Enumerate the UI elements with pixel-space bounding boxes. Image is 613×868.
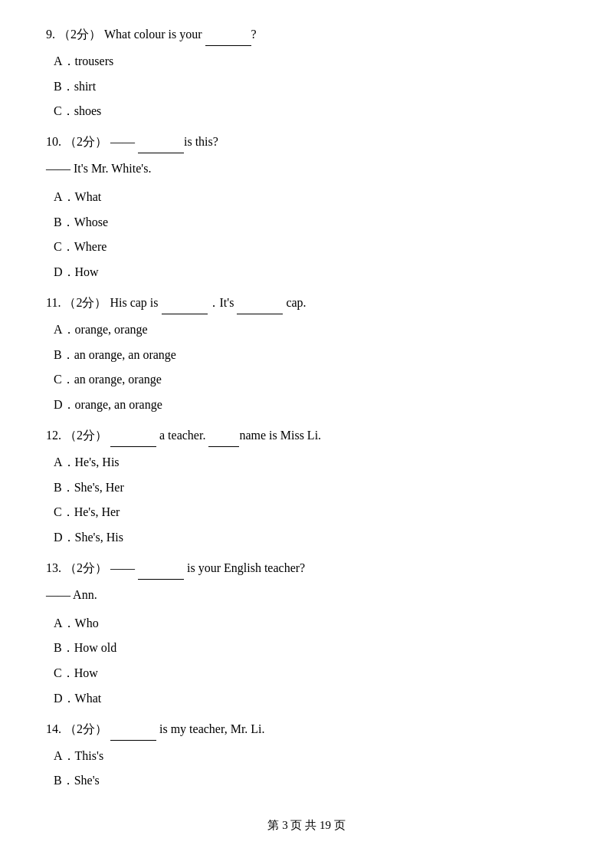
- q9-option-b: B．shirt: [46, 76, 567, 98]
- q11-option-d: D．orange, an orange: [46, 394, 567, 416]
- q14-text: is my teacher, Mr. Li.: [110, 722, 265, 735]
- q13-option-c: C．How: [46, 663, 567, 685]
- q9-text: What colour is your ?: [104, 28, 257, 41]
- q14-option-b: B．She's: [46, 770, 567, 792]
- q13-text: —— is your English teacher?: [110, 561, 305, 574]
- q10-opt-d-text: How: [75, 265, 99, 278]
- q13-opt-c-text: How: [74, 666, 98, 679]
- q10-number: 10.: [46, 135, 61, 148]
- page-footer-text: 第 3 页 共 19 页: [267, 819, 345, 831]
- q11-option-c: C．an orange, orange: [46, 369, 567, 391]
- q9-opt-c-text: shoes: [74, 104, 102, 117]
- q10-opt-b-text: Whose: [74, 215, 108, 229]
- q10-text: —— is this?: [110, 135, 218, 148]
- question-14: 14. （2分） is my teacher, Mr. Li. A．This's…: [46, 718, 567, 792]
- q12-opt-c-label: C．: [54, 505, 74, 518]
- q11-opt-b-text: an orange, an orange: [74, 348, 176, 361]
- q10-option-a: A．What: [46, 186, 567, 209]
- q11-opt-c-text: an orange, orange: [74, 373, 162, 386]
- q10-mark: （2分）: [64, 135, 107, 148]
- q13-option-a: A．Who: [46, 613, 567, 635]
- q12-option-b: B．She's, Her: [46, 477, 567, 499]
- q11-option-b: B．an orange, an orange: [46, 344, 567, 367]
- q11-mark: （2分）: [64, 296, 107, 309]
- q12-opt-b-label: B．: [54, 481, 74, 494]
- page-footer: 第 3 页 共 19 页: [46, 815, 567, 836]
- q13-sub: —— Ann.: [46, 584, 567, 607]
- q14-opt-a-label: A．: [54, 749, 75, 762]
- q12-mark: （2分）: [64, 429, 107, 442]
- q10-opt-b-label: B．: [54, 215, 74, 229]
- q11-opt-d-label: D．: [54, 398, 75, 411]
- q13-number: 13.: [46, 561, 61, 574]
- q9-number: 9.: [46, 28, 55, 41]
- q12-text: a teacher. name is Miss Li.: [110, 429, 321, 442]
- q14-opt-a-text: This's: [75, 749, 104, 762]
- q14-number: 14.: [46, 722, 61, 735]
- q12-option-a: A．He's, His: [46, 452, 567, 474]
- q12-opt-d-text: She's, His: [75, 531, 123, 544]
- question-12: 12. （2分） a teacher. name is Miss Li. A．H…: [46, 424, 567, 549]
- q10-opt-d-label: D．: [54, 265, 75, 278]
- q12-opt-a-label: A．: [54, 455, 75, 469]
- question-14-title: 14. （2分） is my teacher, Mr. Li.: [46, 718, 567, 741]
- q9-opt-b-label: B．: [54, 80, 74, 93]
- question-13-title: 13. （2分） —— is your English teacher?: [46, 557, 567, 580]
- question-13: 13. （2分） —— is your English teacher? —— …: [46, 557, 567, 710]
- q14-opt-b-label: B．: [54, 774, 74, 787]
- q12-opt-c-text: He's, Her: [74, 505, 120, 518]
- q11-opt-a-label: A．: [54, 323, 75, 336]
- q10-option-d: D．How: [46, 261, 567, 284]
- q9-mark: （2分）: [58, 28, 101, 41]
- q13-opt-d-text: What: [75, 692, 102, 705]
- question-11-title: 11. （2分） His cap is ．It's cap.: [46, 291, 567, 314]
- q11-opt-a-text: orange, orange: [75, 323, 148, 336]
- question-9: 9. （2分） What colour is your ? A．trousers…: [46, 23, 567, 123]
- q13-mark: （2分）: [64, 561, 107, 574]
- q14-opt-b-text: She's: [74, 774, 100, 787]
- q12-opt-d-label: D．: [54, 531, 75, 544]
- q11-option-a: A．orange, orange: [46, 319, 567, 341]
- q9-option-a: A．trousers: [46, 51, 567, 73]
- question-10-title: 10. （2分） —— is this?: [46, 130, 567, 153]
- q10-opt-c-text: Where: [74, 240, 107, 253]
- q9-option-c: C．shoes: [46, 100, 567, 123]
- question-10: 10. （2分） —— is this? —— It's Mr. White's…: [46, 130, 567, 284]
- q12-opt-b-text: She's, Her: [74, 481, 124, 494]
- q13-opt-b-text: How old: [74, 641, 117, 654]
- q10-option-c: C．Where: [46, 236, 567, 258]
- q11-opt-d-text: orange, an orange: [75, 398, 162, 411]
- q11-text: His cap is ．It's cap.: [110, 296, 306, 309]
- q9-opt-a-label: A．: [54, 54, 75, 67]
- q13-opt-c-label: C．: [54, 666, 74, 679]
- question-11: 11. （2分） His cap is ．It's cap. A．orange,…: [46, 291, 567, 416]
- q9-opt-b-text: shirt: [74, 80, 96, 93]
- q12-number: 12.: [46, 429, 61, 442]
- q11-number: 11.: [46, 296, 61, 309]
- q11-opt-c-label: C．: [54, 373, 74, 386]
- q12-opt-a-text: He's, His: [75, 455, 120, 469]
- q10-opt-c-label: C．: [54, 240, 74, 253]
- q13-opt-d-label: D．: [54, 692, 75, 705]
- q10-option-b: B．Whose: [46, 212, 567, 234]
- q13-option-d: D．What: [46, 688, 567, 710]
- q12-option-d: D．She's, His: [46, 527, 567, 549]
- q12-option-c: C．He's, Her: [46, 501, 567, 524]
- question-12-title: 12. （2分） a teacher. name is Miss Li.: [46, 424, 567, 447]
- q13-opt-b-label: B．: [54, 641, 74, 654]
- q9-opt-a-text: trousers: [75, 54, 114, 67]
- q14-mark: （2分）: [64, 722, 107, 735]
- q10-opt-a-label: A．: [54, 190, 75, 203]
- q14-option-a: A．This's: [46, 745, 567, 768]
- q11-opt-b-label: B．: [54, 348, 74, 361]
- q13-option-b: B．How old: [46, 637, 567, 659]
- q9-opt-c-label: C．: [54, 104, 74, 117]
- q13-opt-a-text: Who: [75, 616, 99, 630]
- q10-sub: —— It's Mr. White's.: [46, 158, 567, 180]
- q13-opt-a-label: A．: [54, 616, 75, 630]
- q10-opt-a-text: What: [75, 190, 102, 203]
- question-9-title: 9. （2分） What colour is your ?: [46, 23, 567, 46]
